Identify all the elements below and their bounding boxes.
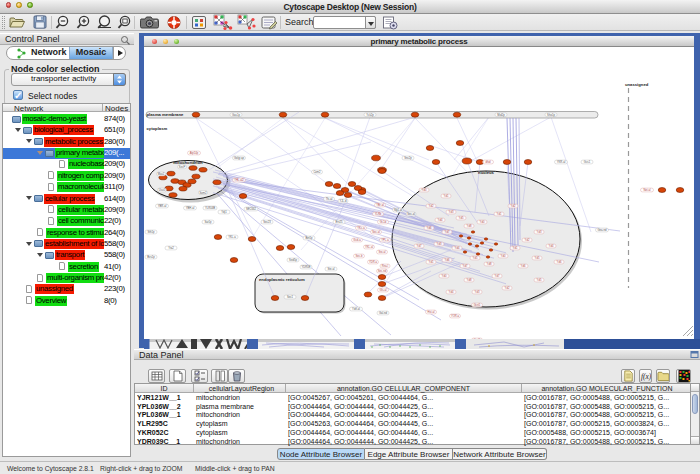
- svg-text:Yd6: Yd6: [427, 226, 432, 230]
- svg-text:Yck2p: Yck2p: [366, 113, 374, 117]
- svg-text:YJL-d: YJL-d: [339, 199, 347, 203]
- svg-text:Snc2p: Snc2p: [404, 156, 412, 160]
- svg-text:f(x): f(x): [641, 372, 652, 381]
- svg-text:Yd5: Yd5: [535, 256, 540, 260]
- svg-text:Bvs1p: Bvs1p: [147, 255, 155, 259]
- svg-text:Gal-nd: Gal-nd: [379, 311, 388, 315]
- svg-text:Sar1p: Sar1p: [204, 220, 212, 224]
- svg-text:Yd8: Yd8: [467, 224, 472, 228]
- svg-text:Gas1p: Gas1p: [232, 113, 240, 117]
- svg-text:YDR0E: YDR0E: [302, 265, 311, 269]
- svg-text:YOR-a: YOR-a: [451, 314, 460, 318]
- svg-text:Yd6: Yd6: [445, 258, 450, 262]
- svg-text:Yd3: Yd3: [449, 210, 454, 214]
- svg-text:Yd1: Yd1: [497, 212, 502, 216]
- svg-text:Yd2: Yd2: [525, 238, 530, 242]
- svg-text:Yra2: Yra2: [168, 246, 174, 250]
- svg-text:Yd7: Yd7: [417, 244, 422, 248]
- svg-text:Gt-1d: Gt-1d: [380, 220, 387, 224]
- svg-text:Gea-nd: Gea-nd: [598, 228, 607, 232]
- svg-text:Ydj1: Ydj1: [221, 210, 227, 214]
- svg-text:Yd5: Yd5: [459, 216, 464, 220]
- svg-text:Com2: Com2: [313, 170, 321, 174]
- svg-text:YBr-al: YBr-al: [376, 203, 384, 207]
- svg-text:Ydrl-al: Ydrl-al: [352, 307, 360, 311]
- svg-text:YBR-al: YBR-al: [158, 204, 167, 208]
- svg-text:Mas1: Mas1: [158, 172, 165, 176]
- svg-text:Gls-al: Gls-al: [379, 288, 386, 292]
- svg-text:YBH-al: YBH-al: [186, 206, 195, 210]
- svg-text:Sec-al: Sec-al: [407, 212, 415, 216]
- svg-text:Sec-b: Sec-b: [355, 254, 363, 258]
- svg-text:unassigned: unassigned: [625, 82, 649, 87]
- svg-text:Yd0: Yd0: [501, 254, 506, 258]
- svg-text:Sed5p: Sed5p: [289, 258, 297, 262]
- svg-text:YKL-al: YKL-al: [365, 245, 373, 249]
- svg-text:Yd0: Yd0: [442, 274, 447, 278]
- svg-text:SEC662: SEC662: [246, 207, 257, 211]
- svg-text:Yd7: Yd7: [495, 274, 500, 278]
- svg-text:Sho1p: Sho1p: [547, 113, 555, 117]
- svg-text:Yd2: Yd2: [505, 286, 510, 290]
- svg-text:Sec-al: Sec-al: [372, 230, 380, 234]
- svg-text:Som2: Som2: [199, 191, 207, 195]
- svg-text:dfsd: dfsd: [485, 160, 491, 164]
- svg-text:Gcn5: Gcn5: [474, 303, 481, 307]
- svg-text:Yd6: Yd6: [557, 260, 562, 264]
- svg-text:Sec23: Sec23: [263, 220, 271, 224]
- svg-text:Atp14p: Atp14p: [190, 151, 199, 155]
- svg-text:Golgi ap: Golgi ap: [234, 156, 245, 160]
- svg-text:Yd1: Yd1: [513, 246, 518, 250]
- svg-text:Yd0: Yd0: [422, 188, 427, 192]
- svg-text:Yd2: Yd2: [511, 204, 516, 208]
- svg-text:Yd1: Yd1: [429, 260, 434, 264]
- svg-text:Gcd-a: Gcd-a: [353, 238, 361, 242]
- svg-text:SecF: SecF: [179, 165, 186, 169]
- svg-text:YKc-a: YKc-a: [357, 226, 365, 230]
- svg-text:Yd3: Yd3: [537, 230, 542, 234]
- svg-text:Yd1: Yd1: [444, 194, 449, 198]
- svg-text:Rna-l: Rna-l: [382, 264, 389, 268]
- svg-text:Gcs1: Gcs1: [584, 160, 591, 164]
- svg-text:YKR-al: YKR-al: [557, 160, 566, 164]
- svg-text:Yd8: Yd8: [467, 278, 472, 282]
- svg-text:Mid2p: Mid2p: [497, 113, 505, 117]
- svg-text:Tfc-al: Tfc-al: [326, 197, 333, 201]
- svg-text:YPL-a: YPL-a: [381, 238, 389, 242]
- svg-text:Bet1p: Bet1p: [305, 236, 313, 240]
- svg-text:Sec1: Sec1: [287, 295, 294, 299]
- svg-text:Yd3: Yd3: [475, 290, 480, 294]
- svg-text:Ste-al: Ste-al: [327, 267, 334, 271]
- svg-text:YHL-al2: YHL-al2: [234, 178, 244, 182]
- svg-text:YLR04B: YLR04B: [205, 206, 215, 210]
- svg-text:Yd4: Yd4: [438, 218, 443, 222]
- svg-text:Yd4: Yd4: [549, 244, 554, 248]
- svg-text:YDR-a: YDR-a: [369, 260, 378, 264]
- svg-text:Not-al: Not-al: [643, 188, 651, 192]
- svg-text:Yd0: Yd0: [480, 220, 485, 224]
- svg-text:Erv25: Erv25: [335, 220, 343, 224]
- svg-text:Sth1p: Sth1p: [147, 230, 155, 234]
- svg-text:Yd4: Yd4: [449, 290, 454, 294]
- svg-text:Yd7: Yd7: [463, 264, 468, 268]
- svg-text:Uso1: Uso1: [159, 188, 166, 192]
- svg-text:Yd8: Yd8: [487, 262, 492, 266]
- svg-text:plasma membrane: plasma membrane: [147, 112, 184, 117]
- svg-text:Hst-al: Hst-al: [427, 310, 434, 314]
- svg-text:mitochondrion: mitochondrion: [173, 160, 203, 165]
- svg-text:Sec-nd: Sec-nd: [378, 269, 387, 273]
- svg-text:YLRb: YLRb: [375, 212, 382, 216]
- svg-text:Yd2: Yd2: [429, 204, 434, 208]
- svg-text:Sro-al: Sro-al: [378, 250, 386, 254]
- svg-text:Yd7: Yd7: [445, 230, 450, 234]
- svg-text:Yd6: Yd6: [521, 264, 526, 268]
- svg-text:Yd3: Yd3: [437, 242, 442, 246]
- svg-text:nucleus: nucleus: [478, 170, 494, 175]
- svg-text:Yd5: Yd5: [473, 256, 478, 260]
- svg-text:Yd5: Yd5: [537, 278, 542, 282]
- svg-text:YKL-a: YKL-a: [228, 235, 236, 239]
- svg-text:Sly1-al: Sly1-al: [394, 208, 403, 212]
- svg-text:cytoplasm: cytoplasm: [147, 126, 168, 131]
- svg-text:Yd4: Yd4: [455, 246, 460, 250]
